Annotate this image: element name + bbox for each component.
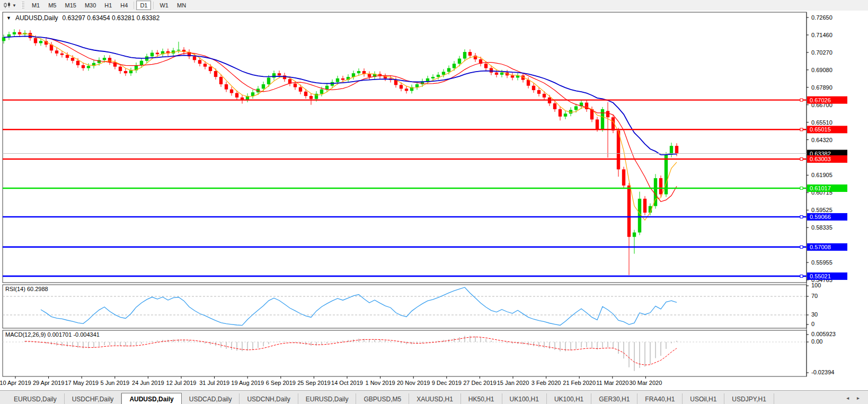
y-axis-tick-label: 0.71460	[811, 32, 832, 38]
price-badge-label: 0.67026	[810, 97, 831, 103]
ohlc-values: 0.63297 0.63454 0.63281 0.63382	[63, 14, 160, 22]
candle-body	[66, 55, 69, 58]
candle-body	[129, 71, 132, 74]
macd-scale-label: -0.02394	[811, 369, 834, 375]
tab-usdjpy-h1[interactable]: USDJPY,H1	[724, 393, 774, 404]
y-axis-tick-label: 0.67890	[811, 84, 832, 91]
timeframe-button-h1[interactable]: H1	[101, 1, 116, 10]
tab-gbpusd-m5[interactable]: GBPUSD,M5	[356, 393, 409, 404]
price-badge-label: 0.65015	[810, 126, 831, 133]
x-axis-date-label: 20 Nov 2019	[397, 380, 430, 386]
tab-audusd-daily[interactable]: AUDUSD,Daily	[121, 393, 181, 404]
candle-body	[511, 75, 514, 77]
candle-body	[304, 92, 307, 96]
candle-body	[299, 87, 302, 91]
timeframe-button-m5[interactable]: M5	[45, 1, 60, 10]
candle-body	[633, 232, 636, 236]
price-chart-canvas[interactable]: 0.726500.714600.702700.690800.678900.667…	[0, 11, 868, 390]
candle-body	[574, 106, 578, 110]
timeframe-button-m1[interactable]: M1	[28, 1, 43, 10]
tab-ger30-h1[interactable]: GER30,H1	[591, 393, 637, 404]
candle-body	[60, 54, 64, 55]
candle-body	[29, 33, 32, 38]
x-axis-date-label: 14 Oct 2019	[331, 380, 363, 386]
rsi-scale-label: 100	[811, 282, 821, 288]
candle-body	[453, 64, 456, 68]
candle-body	[622, 169, 625, 185]
candle-body	[442, 72, 445, 75]
x-axis-date-label: 15 Jan 2020	[497, 380, 529, 386]
tab-usoil-h1[interactable]: USOil,H1	[683, 393, 724, 404]
candle-body	[177, 50, 180, 50]
y-axis: 0.726500.714600.702700.690800.678900.667…	[807, 14, 832, 283]
tab-scroll-arrows[interactable]: ◂ ▸	[846, 395, 863, 401]
tab-fra40-h1[interactable]: FRA40,H1	[637, 393, 683, 404]
candle-body	[272, 73, 276, 77]
timeframe-button-w1[interactable]: W1	[156, 1, 172, 10]
tab-usdchf-daily[interactable]: USDCHF,Daily	[65, 393, 122, 404]
tab-xauusd-h1[interactable]: XAUUSD,H1	[409, 393, 461, 404]
toolbar-grip[interactable]	[21, 2, 24, 9]
toolbar-separator	[134, 2, 134, 9]
line-handle	[800, 275, 803, 277]
dropdown-triangle-icon[interactable]: ▼	[6, 15, 11, 21]
candle-body	[596, 119, 599, 129]
candle-body	[150, 52, 154, 56]
candle-body	[532, 86, 535, 90]
tab-usdcad-daily[interactable]: USDCAD,Daily	[182, 393, 240, 404]
y-axis-tick-label: 0.72650	[811, 14, 832, 21]
chart-window: 0.726500.714600.702700.690800.678900.667…	[0, 11, 868, 390]
x-axis-date-label: 24 Jun 2019	[132, 380, 164, 386]
tab-eurusd-daily[interactable]: EURUSD,Daily	[6, 393, 65, 404]
price-badge-label: 0.59066	[810, 214, 831, 220]
candle-body	[156, 52, 159, 54]
x-axis-date-label: 11 Mar 2020	[596, 380, 628, 386]
tab-hk50-h1[interactable]: HK50,H1	[461, 393, 502, 404]
candle-body	[283, 75, 286, 79]
candle-body	[437, 75, 440, 77]
rsi-scale-label: 0	[811, 321, 814, 327]
line-handle	[800, 128, 803, 131]
y-axis-tick-label: 0.65510	[811, 119, 832, 126]
candle-body	[320, 90, 323, 94]
candle-body	[468, 52, 472, 56]
candle-body	[82, 65, 85, 68]
y-axis-tick-label: 0.64320	[811, 137, 832, 143]
timeframe-button-m15[interactable]: M15	[61, 1, 79, 10]
timeframe-button-m30[interactable]: M30	[81, 1, 100, 10]
timeframe-button-h4[interactable]: H4	[117, 1, 131, 10]
timeframe-button-d1[interactable]: D1	[136, 1, 151, 10]
timeframe-button-mn[interactable]: MN	[173, 1, 190, 10]
x-axis-date-label: 30 Mar 2020	[630, 380, 662, 386]
line-handle	[800, 187, 803, 189]
tab-eurusd-daily[interactable]: EURUSD,Daily	[298, 393, 357, 404]
candle-body	[241, 98, 244, 100]
tab-usdcnh-daily[interactable]: USDCNH,Daily	[240, 393, 298, 404]
x-axis-date-label: 6 Sep 2019	[266, 380, 296, 386]
rsi-indicator-label: RSI(14) 60.2988	[5, 286, 48, 292]
price-badge-label: 0.61017	[810, 185, 831, 191]
candle-body	[643, 199, 646, 213]
macd-scale-label: 0.00	[811, 338, 822, 345]
candle-body	[447, 68, 450, 72]
candle-body	[325, 86, 329, 90]
tab-uk100-h1[interactable]: UK100,H1	[547, 393, 591, 404]
candle-body	[251, 92, 254, 96]
candle-body	[34, 38, 37, 43]
candle-body	[431, 77, 435, 78]
macd-scale-label: 0.005923	[811, 331, 836, 337]
candle-body	[87, 66, 90, 68]
toolbar-separator	[153, 2, 154, 9]
candle-body	[627, 186, 631, 237]
candle-body	[235, 93, 238, 98]
candle-body	[638, 199, 641, 233]
chart-type-button[interactable]: ▼	[1, 1, 19, 10]
candle-body	[400, 85, 403, 89]
tab-uk100-h1[interactable]: UK100,H1	[502, 393, 547, 404]
candle-body	[405, 89, 408, 91]
candle-body	[559, 109, 562, 117]
candle-body	[203, 64, 207, 67]
candle-body	[495, 73, 498, 75]
timeframe-toolbar: ▼ M1M5M15M30H1H4D1W1MN	[0, 0, 868, 11]
candle-body	[659, 178, 662, 194]
